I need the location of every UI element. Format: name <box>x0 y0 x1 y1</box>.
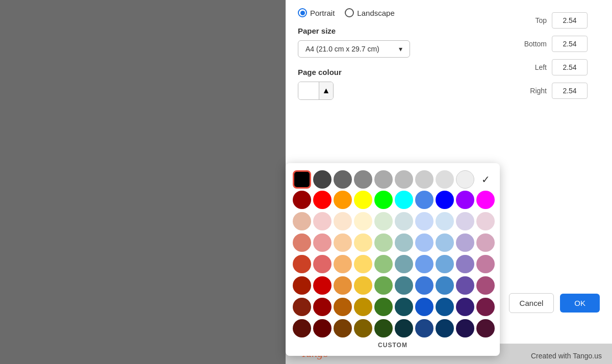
colour-dropdown-arrow[interactable]: ▲ <box>319 82 333 99</box>
color-swatch[interactable] <box>374 212 393 230</box>
color-swatch[interactable] <box>456 298 474 316</box>
color-swatch[interactable] <box>313 319 332 337</box>
color-swatch[interactable] <box>334 233 352 252</box>
color-swatch[interactable] <box>395 212 413 230</box>
color-swatch[interactable] <box>293 212 311 230</box>
color-swatch[interactable] <box>354 233 372 252</box>
color-swatch[interactable] <box>334 319 352 337</box>
left-margin-input[interactable] <box>552 59 588 75</box>
color-swatch[interactable] <box>293 319 311 337</box>
color-swatch[interactable] <box>456 276 474 295</box>
color-swatch[interactable] <box>334 255 352 273</box>
color-swatch[interactable] <box>395 276 413 295</box>
color-swatch[interactable] <box>415 276 434 295</box>
color-swatch[interactable] <box>313 298 332 316</box>
landscape-radio[interactable] <box>345 8 354 17</box>
color-swatch[interactable] <box>456 233 474 252</box>
color-swatch[interactable] <box>436 191 454 209</box>
color-swatch[interactable] <box>313 233 332 252</box>
portrait-option[interactable]: Portrait <box>298 8 335 17</box>
color-swatch[interactable] <box>456 255 474 273</box>
landscape-label: Landscape <box>357 9 394 17</box>
color-swatch-gray2[interactable] <box>354 170 372 189</box>
portrait-radio[interactable] <box>298 8 307 17</box>
color-swatch-gray6[interactable] <box>436 170 454 189</box>
color-swatch[interactable] <box>415 233 434 252</box>
color-row-dark1 <box>293 276 493 295</box>
top-margin-input[interactable] <box>552 12 588 29</box>
color-swatch[interactable] <box>293 276 311 295</box>
color-swatch[interactable] <box>395 298 413 316</box>
color-swatch[interactable] <box>415 212 434 230</box>
portrait-label: Portrait <box>310 9 335 17</box>
cancel-button[interactable]: Cancel <box>509 293 554 313</box>
color-swatch-gray3[interactable] <box>374 170 393 189</box>
custom-label[interactable]: CUSTOM <box>293 342 493 349</box>
color-swatch[interactable] <box>436 212 454 230</box>
color-swatch[interactable] <box>456 191 474 209</box>
color-swatch-lightgray[interactable] <box>456 170 474 189</box>
color-swatch[interactable] <box>476 255 495 273</box>
color-swatch[interactable] <box>436 255 454 273</box>
color-swatch[interactable] <box>415 255 434 273</box>
color-swatch[interactable] <box>374 276 393 295</box>
color-swatch[interactable] <box>476 191 495 209</box>
color-swatch[interactable] <box>476 212 495 230</box>
color-swatch[interactable] <box>456 319 474 337</box>
color-swatch-gray1[interactable] <box>334 170 352 189</box>
color-swatch[interactable] <box>293 191 311 209</box>
color-swatch[interactable] <box>374 233 393 252</box>
color-swatch[interactable] <box>354 191 372 209</box>
color-swatch[interactable] <box>374 298 393 316</box>
color-swatch-black[interactable] <box>293 170 311 189</box>
bottom-margin-row: Bottom <box>524 36 588 52</box>
color-swatch[interactable] <box>476 319 495 337</box>
bottom-margin-input[interactable] <box>552 36 588 52</box>
color-swatch[interactable] <box>354 276 372 295</box>
color-swatch-darkgray[interactable] <box>313 170 332 189</box>
color-swatch-gray5[interactable] <box>415 170 434 189</box>
color-swatch[interactable] <box>476 298 495 316</box>
color-swatch[interactable] <box>313 255 332 273</box>
color-swatch[interactable] <box>476 276 495 295</box>
landscape-option[interactable]: Landscape <box>345 8 394 17</box>
color-swatch[interactable] <box>293 255 311 273</box>
color-swatch[interactable] <box>354 212 372 230</box>
color-swatch[interactable] <box>395 255 413 273</box>
grayscale-row: ✓ <box>293 170 493 189</box>
color-swatch[interactable] <box>354 255 372 273</box>
bottom-margin-label: Bottom <box>524 40 547 48</box>
color-swatch[interactable] <box>313 276 332 295</box>
color-swatch[interactable] <box>476 233 495 252</box>
color-swatch[interactable] <box>436 233 454 252</box>
right-margin-input[interactable] <box>552 83 588 99</box>
color-swatch[interactable] <box>395 233 413 252</box>
color-swatch[interactable] <box>334 212 352 230</box>
color-swatch-gray4[interactable] <box>395 170 413 189</box>
color-swatch[interactable] <box>456 212 474 230</box>
color-swatch[interactable] <box>313 212 332 230</box>
color-swatch[interactable] <box>395 319 413 337</box>
color-swatch[interactable] <box>313 191 332 209</box>
color-swatch[interactable] <box>415 298 434 316</box>
color-swatch[interactable] <box>334 191 352 209</box>
color-swatch[interactable] <box>334 276 352 295</box>
color-swatch[interactable] <box>395 191 413 209</box>
checkmark-icon: ✓ <box>476 170 495 189</box>
color-swatch[interactable] <box>374 255 393 273</box>
color-swatch[interactable] <box>354 298 372 316</box>
color-swatch[interactable] <box>436 276 454 295</box>
color-swatch[interactable] <box>415 191 434 209</box>
paper-size-dropdown[interactable]: A4 (21.0 cm x 29.7 cm) ▾ <box>298 40 410 58</box>
color-swatch[interactable] <box>334 298 352 316</box>
page-colour-button[interactable]: ▲ <box>298 82 334 100</box>
color-swatch[interactable] <box>436 298 454 316</box>
color-swatch[interactable] <box>293 233 311 252</box>
color-swatch[interactable] <box>436 319 454 337</box>
color-swatch[interactable] <box>374 191 393 209</box>
color-swatch[interactable] <box>374 319 393 337</box>
ok-button[interactable]: OK <box>560 294 600 313</box>
color-swatch[interactable] <box>293 298 311 316</box>
color-swatch[interactable] <box>415 319 434 337</box>
color-swatch[interactable] <box>354 319 372 337</box>
